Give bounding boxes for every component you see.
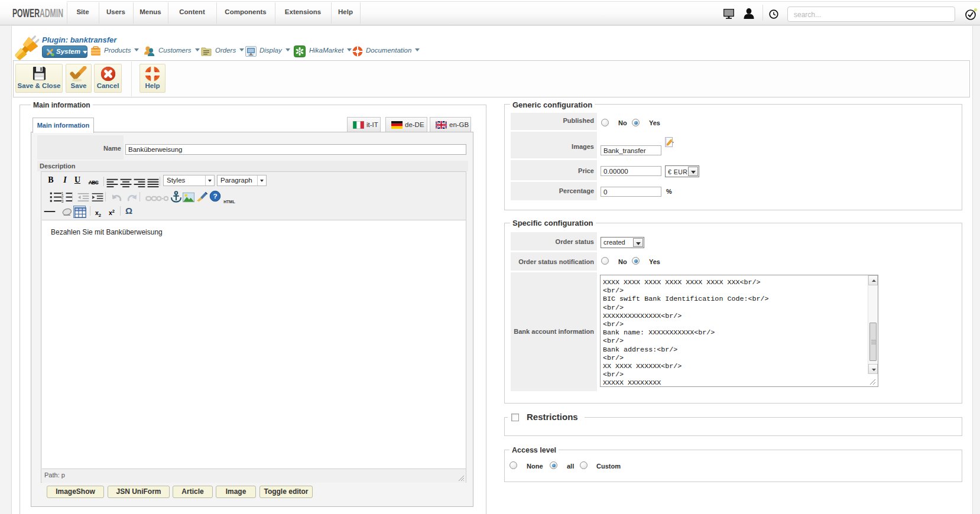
svg-text:?: ?	[213, 192, 217, 200]
svg-text:3: 3	[61, 199, 64, 203]
